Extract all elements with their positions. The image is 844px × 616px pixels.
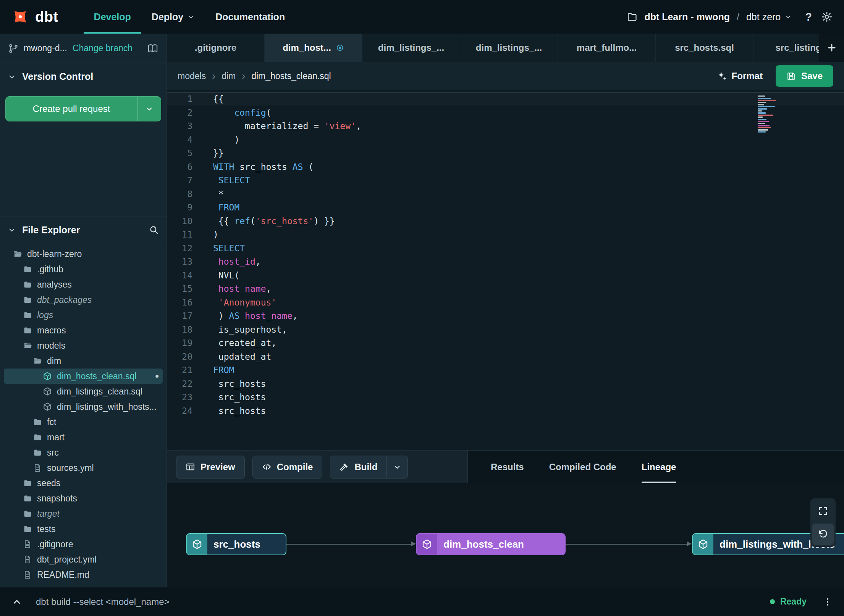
tree-item-src[interactable]: src: [4, 445, 163, 460]
panel-actions: Preview Compile Build: [167, 451, 467, 483]
build-button[interactable]: Build: [330, 456, 386, 479]
lineage-node-label: src_hosts: [207, 538, 269, 550]
code-line[interactable]: 6WITH src_hosts AS (: [167, 160, 844, 174]
code-line[interactable]: 14 NVL(: [167, 269, 844, 283]
save-button[interactable]: Save: [776, 65, 833, 87]
table-icon: [186, 462, 195, 472]
code-line[interactable]: 9 FROM: [167, 201, 844, 215]
code-line[interactable]: 20 updated_at: [167, 350, 844, 364]
tree-item-dim[interactable]: dim: [4, 353, 163, 369]
nav-item-develop[interactable]: Develop: [84, 0, 141, 34]
reset-view-button[interactable]: [812, 524, 834, 545]
create-pull-request-button[interactable]: Create pull request: [5, 96, 161, 121]
tree-item-target[interactable]: target: [4, 506, 163, 521]
lineage-node-dim-hosts-clean[interactable]: dim_hosts_clean: [416, 533, 566, 555]
code-line[interactable]: 22 src_hosts: [167, 377, 844, 391]
editor-tab-mart-fullmo[interactable]: mart_fullmo...: [558, 34, 656, 62]
pr-dropdown-button[interactable]: [137, 97, 161, 121]
docs-book-icon[interactable]: [147, 43, 158, 54]
tree-item-dim-listings-clean-sql[interactable]: dim_listings_clean.sql: [4, 384, 163, 399]
code-editor[interactable]: 1{{2 config(3 materialized = 'view',4 )5…: [167, 90, 844, 450]
project-name[interactable]: dbt Learn - mwong: [644, 11, 730, 23]
environment-selector[interactable]: dbt zero: [746, 11, 792, 23]
tree-item-dbt-learn-zero[interactable]: dbt-learn-zero: [4, 246, 163, 262]
lineage-edge: [566, 544, 687, 545]
nav-item-deploy[interactable]: Deploy: [141, 0, 205, 34]
tree-item-analyses[interactable]: analyses: [4, 277, 163, 292]
code-line[interactable]: 5}}: [167, 147, 844, 160]
build-dropdown-button[interactable]: [386, 456, 408, 479]
tree-item-dim-hosts-clean-sql[interactable]: dim_hosts_clean.sql•: [4, 369, 163, 384]
panel-tab-results[interactable]: Results: [491, 451, 524, 483]
kebab-menu-icon[interactable]: [823, 597, 833, 607]
tree-item-snapshots[interactable]: snapshots: [4, 491, 163, 506]
top-nav: dbt DevelopDeployDocumentation dbt Learn…: [0, 0, 844, 34]
help-button[interactable]: ?: [805, 11, 812, 23]
breadcrumb-item-dim[interactable]: dim: [222, 71, 236, 81]
code-line[interactable]: 13 host_id,: [167, 255, 844, 269]
tree-item-readme-md[interactable]: README.md: [4, 567, 163, 582]
code-line[interactable]: 16 'Anonymous': [167, 296, 844, 310]
tree-item-dbt-packages[interactable]: dbt_packages: [4, 292, 163, 307]
code-line[interactable]: 12SELECT: [167, 242, 844, 255]
code-line[interactable]: 4 ): [167, 133, 844, 147]
tree-item-sources-yml[interactable]: sources.yml: [4, 460, 163, 475]
lineage-node-src-hosts[interactable]: src_hosts: [186, 533, 286, 555]
nav-item-documentation[interactable]: Documentation: [205, 0, 295, 34]
fullscreen-button[interactable]: [812, 500, 834, 522]
code-line[interactable]: 10 {{ ref('src_hosts') }}: [167, 215, 844, 228]
editor-tab-dim-host[interactable]: dim_host...: [265, 34, 362, 62]
tree-item-dim-listings-with-hosts[interactable]: dim_listings_with_hosts...: [4, 399, 163, 414]
file-explorer-header[interactable]: File Explorer: [0, 217, 167, 243]
code-line[interactable]: 17 ) AS host_name,: [167, 309, 844, 323]
code-line[interactable]: 8 *: [167, 188, 844, 201]
editor-tab-src-hosts-sql[interactable]: src_hosts.sql: [656, 34, 753, 62]
breadcrumb-item-models[interactable]: models: [178, 71, 206, 81]
breadcrumb-item-dim-hosts-clean-sql[interactable]: dim_hosts_clean.sql: [251, 71, 331, 81]
code-line[interactable]: 15 host_name,: [167, 282, 844, 296]
tree-item-seeds[interactable]: seeds: [4, 475, 163, 491]
code-line[interactable]: 2 config(: [167, 106, 844, 120]
panel-tab-compiled-code[interactable]: Compiled Code: [549, 451, 616, 483]
editor-minimap[interactable]: [758, 95, 781, 133]
preview-button[interactable]: Preview: [176, 456, 245, 479]
code-line[interactable]: 18 is_superhost,: [167, 323, 844, 337]
tree-item-dbt-project-yml[interactable]: dbt_project.yml: [4, 552, 163, 567]
tree-item-logs[interactable]: logs: [4, 307, 163, 323]
tree-item-fct[interactable]: fct: [4, 414, 163, 430]
branch-name: mwong-d...: [24, 43, 67, 53]
tree-item-models[interactable]: models: [4, 338, 163, 353]
editor-tab-dim-listings[interactable]: dim_listings_...: [362, 34, 460, 62]
tree-item-gitignore[interactable]: .gitignore: [4, 537, 163, 552]
dbt-brand[interactable]: dbt: [11, 8, 58, 26]
version-control-title: Version Control: [22, 71, 93, 82]
tree-item-tests[interactable]: tests: [4, 521, 163, 537]
panel-tab-lineage[interactable]: Lineage: [642, 451, 676, 483]
code-line[interactable]: 23 src_hosts: [167, 391, 844, 404]
tree-item-macros[interactable]: macros: [4, 323, 163, 338]
editor-tab-gitignore[interactable]: .gitignore: [167, 34, 265, 62]
code-line[interactable]: 21FROM: [167, 364, 844, 377]
plus-icon: [826, 42, 837, 53]
tree-item-github[interactable]: .github: [4, 262, 163, 277]
code-line[interactable]: 19 created_at,: [167, 336, 844, 350]
settings-gear-icon[interactable]: [821, 11, 833, 23]
format-button[interactable]: Format: [717, 71, 763, 81]
search-icon[interactable]: [149, 225, 159, 235]
version-control-header[interactable]: Version Control: [0, 63, 167, 90]
code-line[interactable]: 1{{: [167, 92, 844, 106]
compile-button[interactable]: Compile: [252, 456, 323, 479]
cli-command[interactable]: dbt build --select <model_name>: [36, 597, 170, 607]
tree-item-mart[interactable]: mart: [4, 430, 163, 445]
code-line[interactable]: 3 materialized = 'view',: [167, 120, 844, 133]
code-line[interactable]: 7 SELECT: [167, 174, 844, 188]
new-tab-button[interactable]: [819, 34, 844, 62]
change-branch-link[interactable]: Change branch: [73, 43, 133, 53]
folder-icon: [23, 494, 32, 503]
model-cube-icon: [187, 534, 207, 555]
code-line[interactable]: 11): [167, 228, 844, 242]
editor-tab-dim-listings[interactable]: dim_listings_...: [460, 34, 558, 62]
line-number: 12: [167, 242, 203, 255]
code-line[interactable]: 24 src_hosts: [167, 404, 844, 418]
collapse-panel-icon[interactable]: [11, 597, 22, 607]
